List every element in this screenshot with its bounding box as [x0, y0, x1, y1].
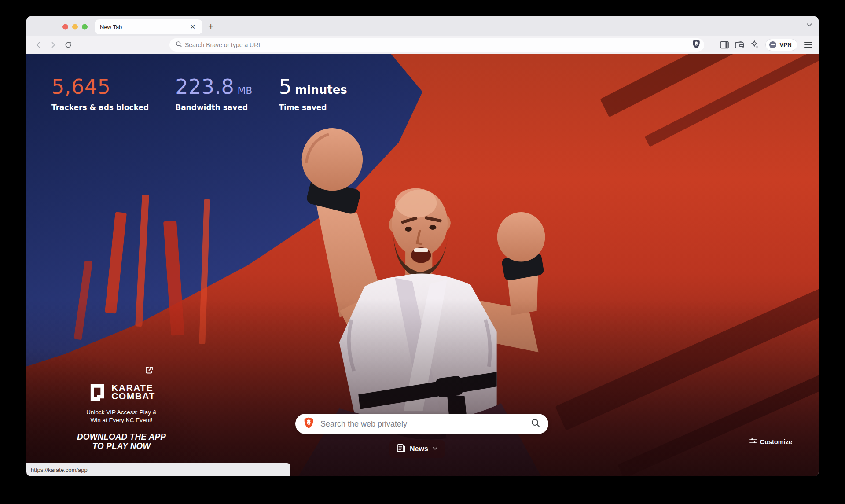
- stat-value: 223.8: [175, 75, 234, 99]
- address-bar-divider: [687, 41, 687, 49]
- privacy-stats: 5,645 Trackers & ads blocked 223.8 MB Ba…: [51, 75, 347, 112]
- brave-logo-icon: [303, 417, 314, 431]
- leo-ai-icon[interactable]: [750, 40, 759, 49]
- tab-title: New Tab: [100, 24, 188, 30]
- vpn-label: VPN: [779, 41, 792, 48]
- tab-strip: New Tab ✕ +: [26, 16, 819, 36]
- back-button[interactable]: [33, 39, 44, 51]
- news-feed-button[interactable]: News: [389, 440, 445, 458]
- customize-button[interactable]: Customize: [749, 438, 792, 446]
- stat-time-saved: 5 minutes Time saved: [279, 75, 347, 112]
- stat-label: Time saved: [279, 103, 347, 112]
- wallet-icon[interactable]: [735, 41, 744, 49]
- sponsor-tagline-line1: Unlock VIP Access: Play &: [47, 408, 196, 416]
- customize-sliders-icon: [749, 438, 757, 446]
- address-bar[interactable]: Search Brave or type a URL: [169, 38, 704, 52]
- navigation-toolbar: Search Brave or type a URL: [26, 36, 819, 54]
- macos-zoom-button[interactable]: [82, 24, 88, 30]
- sponsor-cta[interactable]: DOWNLOAD THE APP TO PLAY NOW: [51, 432, 192, 451]
- new-tab-page: 5,645 Trackers & ads blocked 223.8 MB Ba…: [26, 54, 819, 476]
- tab-close-icon[interactable]: ✕: [188, 23, 197, 31]
- news-chevron-icon: [432, 445, 438, 453]
- vpn-status-icon: [769, 41, 776, 48]
- stat-label: Trackers & ads blocked: [51, 103, 149, 112]
- stat-unit: minutes: [295, 83, 347, 96]
- sidebar-toggle-icon[interactable]: [720, 41, 729, 49]
- new-tab-button[interactable]: +: [208, 20, 213, 33]
- news-icon: [397, 444, 406, 454]
- status-url: https://karate.com/app: [31, 467, 88, 473]
- stat-trackers-blocked: 5,645 Trackers & ads blocked: [51, 75, 149, 112]
- vpn-button[interactable]: VPN: [765, 39, 797, 51]
- macos-minimize-button[interactable]: [72, 24, 78, 30]
- stat-label: Bandwidth saved: [175, 103, 252, 112]
- browser-window: New Tab ✕ + Search Brave or type a URL: [26, 16, 819, 476]
- customize-label: Customize: [760, 438, 792, 445]
- sponsor-tagline-line2: Win at Every KC Event!: [47, 416, 196, 424]
- web-search-placeholder: Search the web privately: [320, 419, 531, 429]
- karate-combat-logo-mark: [88, 382, 107, 401]
- stat-value: 5,645: [51, 75, 110, 99]
- reload-button[interactable]: [62, 39, 74, 51]
- stat-value: 5: [279, 75, 292, 99]
- external-link-icon[interactable]: [144, 365, 154, 375]
- status-bar: https://karate.com/app: [26, 463, 290, 476]
- sponsored-branding[interactable]: KARATE COMBAT Unlock VIP Access: Play & …: [47, 357, 196, 451]
- address-bar-placeholder: Search Brave or type a URL: [185, 41, 262, 48]
- stat-bandwidth-saved: 223.8 MB Bandwidth saved: [175, 75, 252, 112]
- stat-unit: MB: [237, 85, 252, 96]
- karate-combat-logo: KARATE COMBAT: [47, 382, 196, 401]
- brave-shields-icon[interactable]: [692, 39, 701, 51]
- search-submit-icon[interactable]: [531, 418, 540, 430]
- tab-search-chevron-icon[interactable]: [806, 22, 812, 28]
- brand-line2: COMBAT: [111, 392, 155, 400]
- tab-new-tab[interactable]: New Tab ✕: [95, 19, 202, 34]
- forward-button[interactable]: [48, 39, 59, 51]
- news-label: News: [410, 445, 428, 453]
- search-icon: [176, 41, 182, 49]
- menu-hamburger-icon[interactable]: [804, 41, 812, 48]
- macos-close-button[interactable]: [62, 24, 68, 30]
- web-search-bar[interactable]: Search the web privately: [295, 414, 548, 434]
